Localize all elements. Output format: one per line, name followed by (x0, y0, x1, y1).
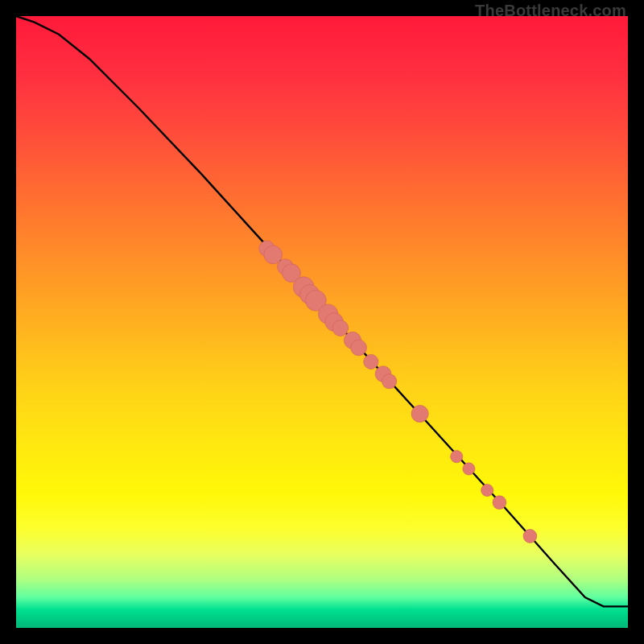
chart-marker (382, 374, 397, 389)
chart-marker (411, 405, 428, 422)
chart-markers (259, 241, 537, 543)
chart-marker (493, 496, 506, 510)
chart-svg (16, 16, 628, 628)
chart-marker (451, 451, 463, 463)
chart-marker (463, 463, 475, 475)
chart-marker (481, 484, 493, 496)
chart-marker (364, 354, 378, 369)
chart-marker (332, 320, 349, 336)
chart-marker (523, 530, 537, 543)
chart-marker (351, 340, 367, 356)
chart-marker (264, 246, 283, 264)
